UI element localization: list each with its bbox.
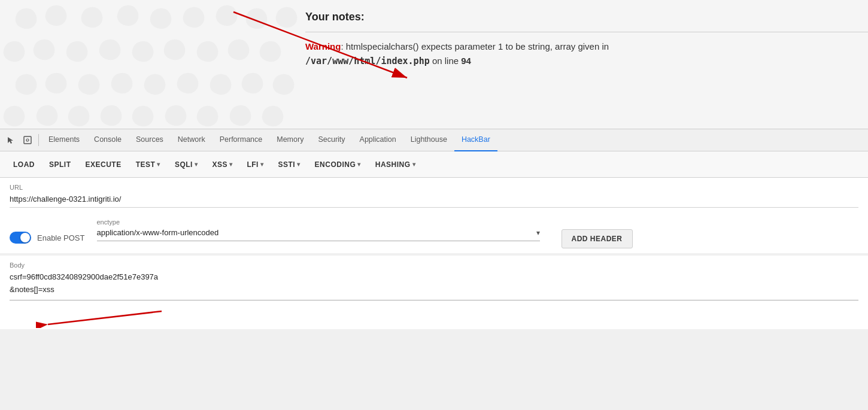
- svg-rect-1: [24, 136, 31, 144]
- ssti-dropdown-arrow: ▾: [297, 161, 301, 168]
- enctype-container: enctype application/x-www-form-urlencode…: [97, 218, 540, 241]
- inspect-icon[interactable]: [19, 132, 36, 148]
- hashing-dropdown-arrow: ▾: [412, 161, 416, 168]
- tab-security[interactable]: Security: [311, 129, 352, 151]
- encoding-button[interactable]: ENCODING ▾: [309, 157, 367, 172]
- tab-sources[interactable]: Sources: [129, 129, 171, 151]
- svg-point-2: [26, 139, 29, 141]
- xss-dropdown-arrow: ▾: [229, 161, 233, 168]
- test-button[interactable]: TEST ▾: [130, 157, 166, 172]
- tab-lighthouse[interactable]: Lighthouse: [403, 129, 454, 151]
- enctype-select-wrapper[interactable]: application/x-www-form-urlencoded ▾: [97, 228, 540, 241]
- lfi-button[interactable]: LFI ▾: [241, 157, 269, 172]
- hackbar-toolbar: LOAD SPLIT EXECUTE TEST ▾ SQLI ▾ XSS ▾ L…: [0, 151, 868, 178]
- devtools-panel: Elements Console Sources Network Perform…: [0, 129, 868, 410]
- url-section: URL https://challenge-0321.intigriti.io/: [0, 178, 868, 211]
- enable-post-container: Enable POST: [10, 218, 85, 244]
- execute-button[interactable]: EXECUTE: [80, 157, 128, 172]
- split-button[interactable]: SPLIT: [43, 157, 77, 172]
- url-value[interactable]: https://challenge-0321.intigriti.io/: [10, 193, 858, 207]
- url-divider: [10, 207, 858, 208]
- body-divider: [10, 300, 858, 300]
- tab-application[interactable]: Application: [353, 129, 403, 151]
- enctype-value: application/x-www-form-urlencoded: [97, 228, 536, 237]
- enable-post-toggle[interactable]: [10, 232, 31, 244]
- tab-network[interactable]: Network: [171, 129, 213, 151]
- body-line2: &notes[]=xss: [10, 284, 858, 296]
- tab-memory[interactable]: Memory: [269, 129, 311, 151]
- xss-button[interactable]: XSS ▾: [206, 157, 238, 172]
- url-label: URL: [10, 184, 858, 191]
- warning-on: on line: [432, 56, 459, 66]
- tab-elements[interactable]: Elements: [41, 129, 87, 151]
- tab-hackbar[interactable]: HackBar: [454, 129, 497, 151]
- sqli-dropdown-arrow: ▾: [195, 161, 198, 168]
- load-button[interactable]: LOAD: [7, 157, 41, 172]
- tab-console[interactable]: Console: [87, 129, 129, 151]
- devtools-tabs-bar: Elements Console Sources Network Perform…: [0, 129, 868, 151]
- test-dropdown-arrow: ▾: [157, 161, 160, 168]
- tab-performance[interactable]: Performance: [213, 129, 270, 151]
- sqli-button[interactable]: SQLI ▾: [169, 157, 204, 172]
- cursor-icon[interactable]: [2, 132, 19, 148]
- toggle-knob: [20, 233, 30, 242]
- lfi-dropdown-arrow: ▾: [260, 161, 264, 168]
- body-section: Body csrf=96ff0cd83240892900dae2f51e7e39…: [0, 256, 868, 305]
- enable-post-label: Enable POST: [37, 233, 85, 242]
- enctype-dropdown-arrow[interactable]: ▾: [536, 229, 540, 237]
- hashing-button[interactable]: HASHING ▾: [369, 157, 421, 172]
- body-value[interactable]: csrf=96ff0cd83240892900dae2f51e7e397a &n…: [10, 271, 858, 296]
- warning-line: 94: [461, 56, 471, 66]
- body-label: Body: [10, 262, 858, 269]
- bottom-arrow-area: [0, 305, 868, 329]
- add-header-button[interactable]: ADD HEADER: [562, 229, 633, 248]
- encoding-dropdown-arrow: ▾: [357, 161, 361, 168]
- body-line1: csrf=96ff0cd83240892900dae2f51e7e397a: [10, 271, 858, 284]
- enctype-label: enctype: [97, 218, 540, 226]
- webpage-area: Your notes: Warning: htmlspecialchars() …: [0, 0, 868, 129]
- ssti-button[interactable]: SSTI ▾: [272, 157, 306, 172]
- tabs-separator: [38, 134, 39, 146]
- post-section: Enable POST enctype application/x-www-fo…: [0, 211, 868, 253]
